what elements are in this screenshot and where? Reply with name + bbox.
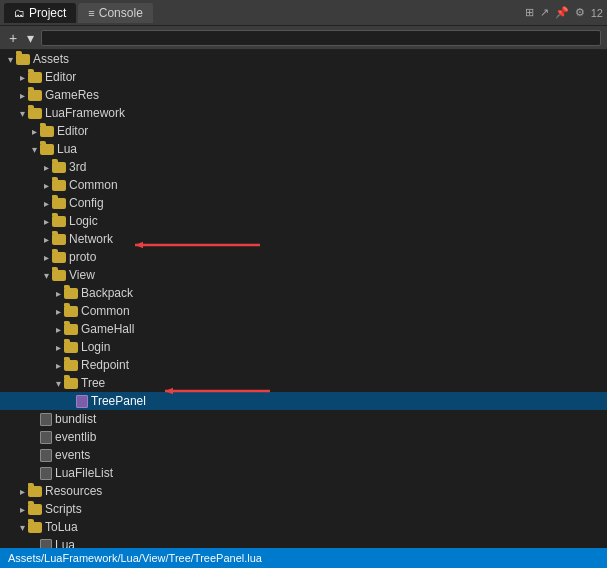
window-icon-2[interactable]: ↗ (540, 6, 549, 19)
arrow-lua-config[interactable] (40, 198, 52, 209)
icon-luafilelist (40, 467, 52, 480)
icon-view-common (64, 306, 78, 317)
tree-item-lf-editor[interactable]: Editor (0, 122, 607, 140)
icon-view-backpack (64, 288, 78, 299)
arrow-lf-editor[interactable] (28, 126, 40, 137)
tree-item-treepanel[interactable]: TreePanel (0, 392, 607, 410)
icon-lua-logic (52, 216, 66, 227)
label-lua: Lua (57, 140, 77, 158)
icon-view-redpoint (64, 360, 78, 371)
arrow-view-redpoint[interactable] (52, 360, 64, 371)
tree-item-view-backpack[interactable]: Backpack (0, 284, 607, 302)
arrow-resources[interactable] (16, 486, 28, 497)
icon-luaframework (28, 108, 42, 119)
arrow-assets[interactable] (4, 54, 16, 65)
tab-toolbar-icons: ⊞ ↗ 📌 ⚙ 12 (525, 6, 603, 19)
tree-item-view-gamehall[interactable]: GameHall (0, 320, 607, 338)
label-treepanel: TreePanel (91, 392, 146, 410)
project-tab-icon: 🗂 (14, 7, 25, 19)
arrow-scripts[interactable] (16, 504, 28, 515)
tree-item-bundlist[interactable]: bundlist (0, 410, 607, 428)
arrow-lua-3rd[interactable] (40, 162, 52, 173)
tree-item-assets[interactable]: Assets (0, 50, 607, 68)
arrow-luaframework[interactable] (16, 108, 28, 119)
tree-item-lua-config[interactable]: Config (0, 194, 607, 212)
toolbar: + ▾ (0, 26, 607, 50)
status-bar: Assets/LuaFramework/Lua/View/Tree/TreePa… (0, 548, 607, 568)
window-icon-5: 12 (591, 7, 603, 19)
arrow-lua[interactable] (28, 144, 40, 155)
tree-item-lua-common[interactable]: Common (0, 176, 607, 194)
label-luafilelist: LuaFileList (55, 464, 113, 482)
icon-lua (40, 144, 54, 155)
icon-treepanel (76, 395, 88, 408)
arrow-lua-proto[interactable] (40, 252, 52, 263)
arrow-tolua[interactable] (16, 522, 28, 533)
window-icon-4[interactable]: ⚙ (575, 6, 585, 19)
tree-item-lua-network[interactable]: Network (0, 230, 607, 248)
arrow-editor[interactable] (16, 72, 28, 83)
console-tab-icon: ≡ (88, 7, 94, 19)
label-bundlist: bundlist (55, 410, 96, 428)
arrow-view-login[interactable] (52, 342, 64, 353)
tree-item-lua-view[interactable]: View (0, 266, 607, 284)
label-view-tree: Tree (81, 374, 105, 392)
icon-view-gamehall (64, 324, 78, 335)
arrow-lua-common[interactable] (40, 180, 52, 191)
arrow-view-common[interactable] (52, 306, 64, 317)
tree-item-view-redpoint[interactable]: Redpoint (0, 356, 607, 374)
tree-item-view-common[interactable]: Common (0, 302, 607, 320)
arrow-view-gamehall[interactable] (52, 324, 64, 335)
label-editor: Editor (45, 68, 76, 86)
tree-item-scripts[interactable]: Scripts (0, 500, 607, 518)
arrow-lua-logic[interactable] (40, 216, 52, 227)
tree-item-luaframework[interactable]: LuaFramework (0, 104, 607, 122)
tree-item-tolua[interactable]: ToLua (0, 518, 607, 536)
label-scripts: Scripts (45, 500, 82, 518)
icon-tolua (28, 522, 42, 533)
tree-panel: AssetsEditorGameResLuaFrameworkEditorLua… (0, 50, 607, 548)
tab-console[interactable]: ≡ Console (78, 3, 152, 23)
tree-item-eventlib[interactable]: eventlib (0, 428, 607, 446)
tab-project[interactable]: 🗂 Project (4, 3, 76, 23)
tree-item-lua-proto[interactable]: proto (0, 248, 607, 266)
menu-button[interactable]: ▾ (24, 29, 37, 47)
tree-item-gameres[interactable]: GameRes (0, 86, 607, 104)
label-eventlib: eventlib (55, 428, 96, 446)
arrow-view-backpack[interactable] (52, 288, 64, 299)
icon-lf-editor (40, 126, 54, 137)
arrow-lua-view[interactable] (40, 270, 52, 281)
tree-item-lua-3rd[interactable]: 3rd (0, 158, 607, 176)
icon-resources (28, 486, 42, 497)
arrow-gameres[interactable] (16, 90, 28, 101)
icon-view-tree (64, 378, 78, 389)
label-view-backpack: Backpack (81, 284, 133, 302)
tree-item-view-tree[interactable]: Tree (0, 374, 607, 392)
label-lua-config: Config (69, 194, 104, 212)
tree-item-lua-logic[interactable]: Logic (0, 212, 607, 230)
tree-item-editor[interactable]: Editor (0, 68, 607, 86)
label-gameres: GameRes (45, 86, 99, 104)
label-lua-logic: Logic (69, 212, 98, 230)
label-resources: Resources (45, 482, 102, 500)
tree-item-events[interactable]: events (0, 446, 607, 464)
tree-item-tolua-lua1[interactable]: Lua (0, 536, 607, 548)
add-button[interactable]: + (6, 29, 20, 47)
window-icon-3[interactable]: 📌 (555, 6, 569, 19)
icon-scripts (28, 504, 42, 515)
arrow-view-tree[interactable] (52, 378, 64, 389)
arrow-lua-network[interactable] (40, 234, 52, 245)
label-view-common: Common (81, 302, 130, 320)
icon-editor (28, 72, 42, 83)
search-input[interactable] (41, 30, 601, 46)
label-view-login: Login (81, 338, 110, 356)
console-tab-label: Console (99, 6, 143, 20)
tree-item-view-login[interactable]: Login (0, 338, 607, 356)
tree-item-resources[interactable]: Resources (0, 482, 607, 500)
icon-bundlist (40, 413, 52, 426)
window-icon-1[interactable]: ⊞ (525, 6, 534, 19)
icon-events (40, 449, 52, 462)
label-lf-editor: Editor (57, 122, 88, 140)
tree-item-lua[interactable]: Lua (0, 140, 607, 158)
tree-item-luafilelist[interactable]: LuaFileList (0, 464, 607, 482)
